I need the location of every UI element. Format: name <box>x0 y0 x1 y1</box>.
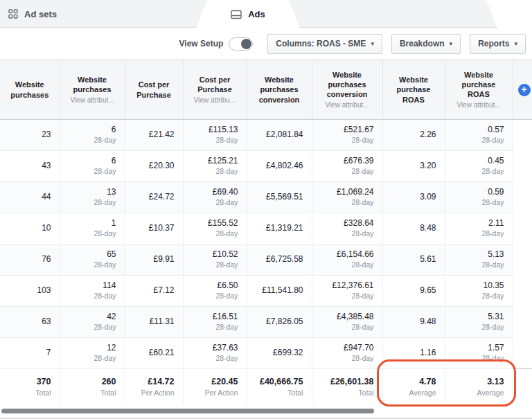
metric-cell: 10.3528-day <box>445 276 513 307</box>
metric-cell: £37.6328-day <box>183 338 247 369</box>
table-row[interactable]: 10311428-day£7.12£6.5028-day£11,541.80£1… <box>0 276 532 307</box>
column-label: Website purchases <box>5 80 55 100</box>
row-padding-cell <box>513 151 532 182</box>
metric-cell: 0.4528-day <box>445 151 513 182</box>
metric-cell: £7,826.05 <box>247 307 312 338</box>
column-header[interactable]: Website purchases <box>0 60 60 120</box>
reports-dropdown-button[interactable]: Reports ▾ <box>470 34 526 54</box>
metric-cell: £521.6728-day <box>312 120 382 151</box>
table-row[interactable]: 634228-day£11.31£16.5128-day£7,826.05£4,… <box>0 307 532 338</box>
metric-cell: 11428-day <box>60 276 125 307</box>
ads-manager-panel: Ad sets Ads View Setup Columns: ROAS - S… <box>0 0 532 419</box>
total-cell: £14.72Per Action <box>125 369 183 405</box>
tab-ads[interactable]: Ads <box>196 0 300 28</box>
metric-cell: £6.5028-day <box>183 276 247 307</box>
horizontal-scrollbar-thumb[interactable] <box>1 409 374 413</box>
column-header[interactable]: Cost per PurchaseView attribu... <box>183 60 247 120</box>
metric-cell: £5,569.51 <box>247 182 312 213</box>
tab-ad-sets[interactable]: Ad sets <box>0 0 69 28</box>
total-cell: £40,666.75Total <box>247 369 312 405</box>
metric-cell: £10.37 <box>125 213 183 244</box>
metric-cell: 628-day <box>60 120 125 151</box>
metric-cell: £69.4028-day <box>183 182 247 213</box>
metric-cell: £7.12 <box>125 276 183 307</box>
metric-cell: £328.6428-day <box>312 213 382 244</box>
table-total-row: 370Total260Total£14.72Per Action£20.45Pe… <box>0 369 532 405</box>
view-setup-toggle[interactable] <box>229 37 253 51</box>
metric-cell: £4,802.46 <box>247 151 312 182</box>
column-header[interactable]: Website purchases conversion <box>247 60 312 120</box>
metric-cell: 128-day <box>60 213 125 244</box>
column-attribution-sublabel: View attribu... <box>188 96 242 105</box>
ads-card-icon <box>231 10 242 19</box>
metric-cell: 5.3128-day <box>445 307 513 338</box>
metric-cell: 5.61 <box>382 244 445 276</box>
metric-cell: £676.3928-day <box>312 151 382 182</box>
metric-cell: £2,081.84 <box>247 120 312 151</box>
columns-dropdown-label: Columns: ROAS - SME <box>276 39 366 48</box>
add-column-button[interactable]: + <box>518 84 531 96</box>
column-label: Website purchases conversion <box>317 70 378 100</box>
metric-cell: £12,376.6128-day <box>312 276 382 307</box>
metric-cell: £155.5228-day <box>183 213 247 244</box>
table-row[interactable]: 441328-day£24.72£69.4028-day£5,569.51£1,… <box>0 182 532 213</box>
table-row[interactable]: 43628-day£20.30£125.2128-day£4,802.46£67… <box>0 151 532 182</box>
total-cell: 4.78Average <box>382 369 445 405</box>
column-header[interactable]: Website purchase ROASView attribut... <box>445 60 513 120</box>
metric-cell: 3.20 <box>382 151 445 182</box>
metric-cell: 6528-day <box>60 244 125 276</box>
total-cell: £26,601.38Total <box>312 369 382 405</box>
metric-cell: £10.5228-day <box>183 244 247 276</box>
metric-cell: £6,154.6628-day <box>312 244 382 276</box>
table-row[interactable]: 766528-day£9.91£10.5228-day£6,725.58£6,1… <box>0 244 532 276</box>
breakdown-dropdown-button[interactable]: Breakdown ▾ <box>391 34 461 54</box>
column-label: Website purchase ROAS <box>388 75 440 105</box>
metric-cell: 0.5928-day <box>445 182 513 213</box>
metric-cell: £24.72 <box>125 182 183 213</box>
metric-cell: £699.32 <box>247 338 312 369</box>
column-header[interactable]: Website purchases conversionView attribu… <box>312 60 382 120</box>
breakdown-dropdown-label: Breakdown <box>400 39 445 48</box>
chevron-down-icon: ▾ <box>371 41 374 47</box>
column-attribution-sublabel: View attribut... <box>450 101 508 109</box>
reports-dropdown-label: Reports <box>478 39 509 48</box>
metric-cell: £20.30 <box>125 151 183 182</box>
horizontal-scrollbar-track[interactable] <box>0 405 532 418</box>
column-header[interactable]: Cost per Purchase <box>125 60 183 120</box>
metric-cell: £16.5128-day <box>183 307 247 338</box>
column-label: Website purchases <box>65 75 120 95</box>
ad-sets-grid-icon <box>8 9 18 19</box>
metric-cell: 5.1328-day <box>445 244 513 276</box>
total-padding-cell <box>513 369 532 405</box>
metric-cell: £21.42 <box>125 120 183 151</box>
column-label: Cost per Purchase <box>188 75 242 95</box>
chevron-down-icon: ▾ <box>514 41 517 47</box>
column-label: Cost per Purchase <box>130 80 178 100</box>
columns-dropdown-button[interactable]: Columns: ROAS - SME ▾ <box>267 34 382 54</box>
metric-cell: £9.91 <box>125 244 183 276</box>
tab-ads-label: Ads <box>248 9 265 19</box>
metrics-table: Website purchasesWebsite purchasesView a… <box>0 60 532 405</box>
table-row[interactable]: 71228-day£60.21£37.6328-day£699.32£947.7… <box>0 338 532 369</box>
metric-cell: 2.26 <box>382 120 445 151</box>
column-header[interactable]: Website purchase ROAS <box>382 60 445 120</box>
column-attribution-sublabel: View attribut... <box>65 96 120 105</box>
tab-bar-edge <box>478 0 532 28</box>
metric-cell: 3.09 <box>382 182 445 213</box>
total-cell: £20.45Per Action <box>183 369 247 405</box>
row-padding-cell <box>513 244 532 276</box>
column-label: Website purchase ROAS <box>450 70 508 100</box>
view-setup-label: View Setup <box>179 39 224 48</box>
row-padding-cell <box>513 182 532 213</box>
metric-cell: 2.1128-day <box>445 213 513 244</box>
toolbar: View Setup Columns: ROAS - SME ▾ Breakdo… <box>0 28 532 60</box>
metric-cell: £11,541.80 <box>247 276 312 307</box>
column-header[interactable]: Website purchasesView attribut... <box>60 60 125 120</box>
table-row[interactable]: 23628-day£21.42£115.1328-day£2,081.84£52… <box>0 120 532 151</box>
metric-cell: 23 <box>0 120 60 151</box>
total-cell: 370Total <box>0 369 60 405</box>
table-row[interactable]: 10128-day£10.37£155.5228-day£1,319.21£32… <box>0 213 532 244</box>
metric-cell: 4228-day <box>60 307 125 338</box>
toggle-knob-icon <box>241 39 251 49</box>
row-padding-cell <box>513 307 532 338</box>
